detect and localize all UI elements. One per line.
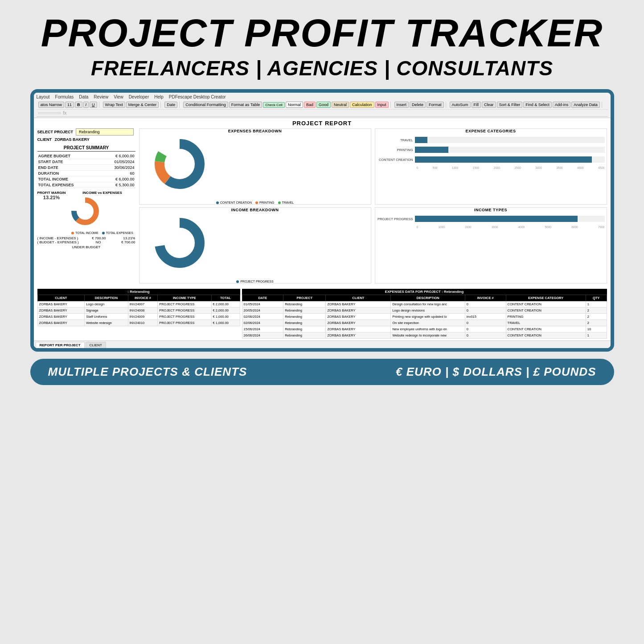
select-project-row: SELECT PROJECT Rebranding [37, 128, 135, 135]
bar-label-printing: PRINTING [377, 148, 415, 152]
find-select-btn[interactable]: Find & Select [523, 102, 552, 108]
merge-center-btn[interactable]: Merge & Center [126, 102, 159, 108]
income-table-cell: PROJECT PROGRESS [158, 320, 211, 326]
summary-title: PROJECT SUMMARY [37, 145, 135, 152]
addins-btn[interactable]: Add-ins [553, 102, 571, 108]
normal-btn[interactable]: Normal [286, 102, 303, 108]
expenses-table: DATEPROJECTCLIENTDESCRIPTIONINVOICE #EXP… [242, 295, 607, 339]
expense-table-cell: Logo design revisions [391, 308, 465, 314]
check-cell-btn[interactable]: Check Cell [263, 102, 285, 108]
conditional-formatting-btn[interactable]: Conditional Formatting [183, 102, 228, 108]
expense-table-cell: 02/06/2024 [242, 320, 283, 326]
input-btn[interactable]: Input [375, 102, 389, 108]
menu-data[interactable]: Data [79, 94, 88, 99]
menu-view[interactable]: View [114, 94, 123, 99]
summary-row-value: € 6,000.00 [99, 176, 135, 182]
summary-row: START DATE01/05/2024 [37, 159, 135, 165]
bottom-charts-row: INCOME BREAKDOWN PROJECT PROGRESS [139, 207, 607, 283]
menu-layout[interactable]: Layout [37, 94, 50, 99]
income-col-header: INCOME TYPE [158, 295, 211, 301]
expense-col-header: DATE [242, 295, 283, 301]
menu-formulas[interactable]: Formulas [55, 94, 74, 99]
clear-btn[interactable]: Clear [482, 102, 496, 108]
bold-btn[interactable]: B [75, 102, 82, 108]
tab-client[interactable]: CLIENT [86, 342, 106, 348]
income-types-chart: INCOME TYPES PROJECT PROGRESS 010002000 [375, 207, 607, 283]
income-table-wrapper: : Rebranding CLIENTDESCRIPTIONINVOICE #I… [37, 289, 240, 339]
bar-row-progress: PROJECT PROGRESS [377, 216, 605, 222]
legend-content: CONTENT CREATION [216, 201, 252, 204]
income-col-header: DESCRIPTION [85, 295, 128, 301]
ribbon-menu: Layout Formulas Data Review View Develop… [37, 94, 608, 100]
summary-row-label: AGREE BUDGET [37, 153, 99, 159]
legend-dot-expenses [102, 232, 105, 234]
summary-row-value: 60 [99, 171, 135, 176]
left-panel: SELECT PROJECT Rebranding CLIENT ZORBAS … [37, 128, 135, 286]
income-breakdown-chart: INCOME BREAKDOWN PROJECT PROGRESS [139, 207, 371, 283]
wrap-text-btn[interactable]: Wrap Text [103, 102, 125, 108]
delete-btn[interactable]: Delete [410, 102, 426, 108]
income-table-cell: € 1,000.00 [211, 320, 240, 326]
expense-table-cell: 0 [465, 301, 506, 308]
client-row: CLIENT ZORBAS BAKERY [37, 137, 135, 142]
legend-project-progress: PROJECT PROGRESS [236, 280, 273, 283]
expense-table-cell: 26/06/2024 [242, 332, 283, 339]
menu-review[interactable]: Review [94, 94, 108, 99]
menu-help[interactable]: Help [154, 94, 164, 99]
calculation-btn[interactable]: Calculation [350, 102, 374, 108]
autosum-btn[interactable]: AutoSum [450, 102, 471, 108]
expense-table-cell: ZORBAS BAKERY [326, 326, 391, 332]
neutral-btn[interactable]: Neutral [332, 102, 349, 108]
sort-filter-btn[interactable]: Sort & Filter [497, 102, 523, 108]
ribbon: Layout Formulas Data Review View Develop… [34, 93, 611, 118]
bar-row-travel: TRAVEL [377, 137, 605, 143]
expense-table-cell: 15/06/2024 [242, 326, 283, 332]
expense-table-cell: Rebranding [283, 308, 326, 314]
calc-label-1: ( INCOME - EXPENSES ) [37, 236, 78, 240]
font-name-btn[interactable]: atos Narrow [38, 102, 65, 108]
sub-title: FREELANCERS | AGENCIES | CONSULTANTS [27, 56, 617, 80]
income-table-cell: Logo design [85, 301, 128, 308]
expense-col-header: EXPENSE CATEGORY [506, 295, 586, 301]
legend-content-label: CONTENT CREATION [220, 201, 252, 204]
legend-printing: PRINTING [255, 201, 274, 204]
legend-income-label: TOTAL INCOME [75, 231, 98, 234]
expense-table-cell: 1 [586, 301, 607, 308]
expense-table-cell: 2 [586, 308, 607, 314]
format-btn[interactable]: Format [427, 102, 444, 108]
tab-report-per-project[interactable]: REPORT PER PROJECT [36, 342, 85, 348]
legend-travel-label: TRAVEL [282, 201, 294, 204]
format-table-btn[interactable]: Format as Table [229, 102, 262, 108]
project-input[interactable]: Rebranding [76, 128, 134, 135]
expense-table-cell: ZORBAS BAKERY [326, 301, 391, 308]
font-size-btn[interactable]: 11 [65, 102, 74, 108]
analyze-btn[interactable]: Analyze Data [571, 102, 600, 108]
profit-margin-value: 13.21% [37, 195, 66, 200]
underline-btn[interactable]: U [90, 102, 97, 108]
insert-btn[interactable]: Insert [394, 102, 409, 108]
expense-col-header: DESCRIPTION [391, 295, 465, 301]
summary-row-label: START DATE [37, 159, 99, 165]
summary-row: TOTAL INCOME€ 6,000.00 [37, 176, 135, 182]
income-col-header: CLIENT [37, 295, 85, 301]
income-table-cell: PROJECT PROGRESS [158, 308, 211, 314]
expense-table-cell: ZORBAS BAKERY [326, 320, 391, 326]
calc-row-2: ( BUDGET - EXPENSES ) NO € 700.00 [37, 240, 135, 244]
menu-pdfscape[interactable]: PDFescape Desktop Creator [169, 94, 226, 99]
menu-developer[interactable]: Developer [129, 94, 149, 99]
good-btn[interactable]: Good [316, 102, 331, 108]
calc-extra: € 700.00 [121, 240, 135, 244]
fill-btn[interactable]: Fill [472, 102, 481, 108]
income-legend: PROJECT PROGRESS [139, 280, 371, 283]
cell-reference[interactable] [38, 112, 61, 114]
bad-btn[interactable]: Bad [304, 102, 316, 108]
editing-group: AutoSum Fill Clear Sort & Filter Find & … [448, 102, 602, 108]
income-col-header: TOTAL [211, 295, 240, 301]
number-format-btn[interactable]: Date [164, 102, 177, 108]
income-table-cell: € 1,000.00 [211, 314, 240, 320]
formula-bar: fx [37, 110, 608, 117]
expense-table-cell: 0 [465, 308, 506, 314]
expenses-table-wrapper: EXPENSES DATA FOR PROJECT : Rebranding D… [242, 289, 607, 339]
italic-btn[interactable]: I [83, 102, 89, 108]
expense-table-cell: 02/06/2024 [242, 314, 283, 320]
